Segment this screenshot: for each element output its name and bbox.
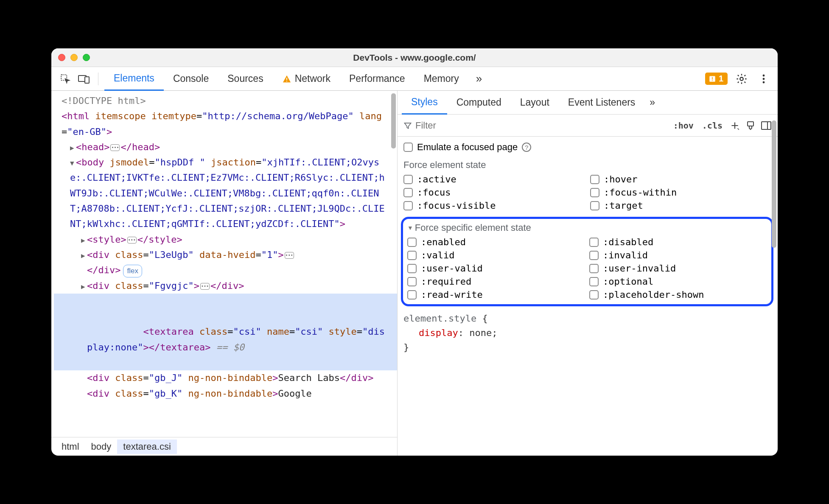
styles-toolbar: :hov .cls bbox=[398, 115, 778, 137]
state-label: :read-write bbox=[421, 289, 483, 300]
state-focus: :focus bbox=[403, 187, 585, 198]
svg-point-11 bbox=[763, 81, 765, 83]
tab-memory[interactable]: Memory bbox=[414, 67, 468, 90]
state-required: :required bbox=[407, 276, 584, 287]
filter-icon bbox=[403, 121, 412, 130]
emulate-focused-row: Emulate a focused page ? bbox=[398, 137, 778, 157]
svg-point-10 bbox=[763, 78, 765, 80]
tab-label: Console bbox=[173, 73, 209, 84]
dom-node-div-gbk[interactable]: <div class="gb_K" ng-non-bindable>Google bbox=[54, 386, 397, 401]
svg-rect-3 bbox=[286, 78, 287, 80]
devtools-window: DevTools - www.google.com/ Elements Cons… bbox=[51, 48, 778, 456]
emulate-focused-checkbox[interactable] bbox=[403, 143, 413, 152]
crumb-body[interactable]: body bbox=[85, 440, 118, 454]
subtab-styles[interactable]: Styles bbox=[402, 91, 447, 115]
triangle-down-icon: ▼ bbox=[407, 224, 413, 231]
more-options-button[interactable] bbox=[756, 71, 772, 87]
ellipsis-icon[interactable]: ••• bbox=[127, 237, 137, 244]
state-checkbox[interactable] bbox=[589, 238, 599, 247]
tab-console[interactable]: Console bbox=[164, 67, 218, 90]
state-checkbox[interactable] bbox=[407, 251, 417, 260]
inspect-element-icon[interactable] bbox=[57, 71, 73, 87]
force-specific-title[interactable]: ▼Force specific element state bbox=[406, 221, 769, 237]
subtab-label: Styles bbox=[411, 96, 438, 108]
tab-sources[interactable]: Sources bbox=[218, 67, 272, 90]
state-checkbox[interactable] bbox=[590, 175, 599, 184]
subtab-computed[interactable]: Computed bbox=[447, 91, 511, 114]
css-value[interactable]: none bbox=[469, 328, 492, 338]
computed-styles-button[interactable] bbox=[745, 120, 756, 131]
state-checkbox[interactable] bbox=[407, 238, 417, 247]
state-read-write: :read-write bbox=[407, 289, 584, 300]
dom-node-body[interactable]: ▼<body jsmodel="hspDDf " jsaction="xjhTI… bbox=[54, 155, 397, 232]
tab-label: Performance bbox=[349, 73, 405, 84]
scrollbar-thumb[interactable] bbox=[391, 93, 396, 148]
state-checkbox[interactable] bbox=[590, 188, 599, 197]
state-active: :active bbox=[403, 174, 585, 185]
state-label: :hover bbox=[604, 174, 637, 185]
toggle-sidebar-button[interactable] bbox=[761, 120, 772, 131]
state-label: :enabled bbox=[421, 237, 466, 247]
cls-toggle[interactable]: .cls bbox=[700, 120, 724, 132]
dom-node-html[interactable]: <html itemscope itemtype="http://schema.… bbox=[54, 109, 397, 140]
scrollbar-thumb[interactable] bbox=[772, 120, 776, 248]
tab-network[interactable]: Network bbox=[273, 67, 340, 90]
ellipsis-icon[interactable]: ••• bbox=[110, 144, 120, 151]
state-checkbox[interactable] bbox=[403, 201, 413, 210]
settings-button[interactable] bbox=[734, 71, 750, 87]
tab-elements[interactable]: Elements bbox=[104, 67, 164, 91]
state-label: :disabled bbox=[603, 237, 653, 247]
state-checkbox[interactable] bbox=[403, 175, 413, 184]
state-checkbox[interactable] bbox=[407, 290, 417, 300]
dom-node-doctype[interactable]: <!DOCTYPE html> bbox=[54, 93, 397, 109]
dom-node-textarea-csi[interactable]: ••• <textarea class="csi" name="csi" sty… bbox=[54, 294, 397, 370]
new-style-rule-button[interactable] bbox=[729, 120, 740, 131]
dom-node-div-fgvgjc[interactable]: ▶<div class="Fgvgjc">•••</div> bbox=[54, 278, 397, 294]
filter-input-wrapper bbox=[403, 120, 667, 131]
subtab-event-listeners[interactable]: Event Listeners bbox=[559, 91, 645, 114]
filter-input[interactable] bbox=[415, 120, 667, 131]
state-checkbox[interactable] bbox=[589, 264, 599, 273]
dom-node-div-l3eugb[interactable]: ▶<div class="L3eUgb" data-hveid="1">•••<… bbox=[54, 247, 397, 278]
state-checkbox[interactable] bbox=[589, 277, 599, 286]
issues-counter[interactable]: 1 bbox=[705, 73, 728, 85]
svg-point-9 bbox=[763, 74, 765, 76]
svg-point-8 bbox=[740, 77, 743, 80]
state-disabled: :disabled bbox=[589, 237, 766, 247]
ellipsis-icon[interactable]: ••• bbox=[285, 252, 294, 259]
state-checkbox[interactable] bbox=[589, 251, 599, 260]
state-label: :valid bbox=[421, 250, 454, 260]
device-toolbar-icon[interactable] bbox=[76, 71, 92, 87]
panel-tabs: Elements Console Sources Network Perform… bbox=[104, 67, 468, 90]
dom-node-head[interactable]: ▶<head>•••</head> bbox=[54, 140, 397, 155]
state-label: :placeholder-shown bbox=[603, 289, 704, 300]
ellipsis-icon[interactable]: ••• bbox=[200, 283, 210, 290]
state-checkbox[interactable] bbox=[407, 264, 417, 273]
gear-icon bbox=[736, 73, 748, 85]
dom-node-div-gbj[interactable]: <div class="gb_J" ng-non-bindable>Search… bbox=[54, 370, 397, 386]
dom-tree[interactable]: <!DOCTYPE html> <html itemscope itemtype… bbox=[51, 91, 397, 437]
crumb-html[interactable]: html bbox=[56, 440, 85, 454]
subtab-layout[interactable]: Layout bbox=[511, 91, 559, 114]
state-checkbox[interactable] bbox=[589, 290, 599, 300]
element-style-block[interactable]: element.style { display: none; } bbox=[398, 310, 778, 359]
hov-toggle[interactable]: :hov bbox=[672, 120, 695, 132]
dom-node-style[interactable]: ▶<style>•••</style> bbox=[54, 232, 397, 247]
state-label: :active bbox=[417, 174, 457, 185]
state-placeholder-shown: :placeholder-shown bbox=[589, 289, 766, 300]
tab-performance[interactable]: Performance bbox=[340, 67, 414, 90]
state-checkbox[interactable] bbox=[590, 201, 599, 210]
more-tabs-button[interactable]: » bbox=[471, 72, 487, 85]
state-hover: :hover bbox=[590, 174, 772, 185]
separator bbox=[98, 73, 98, 85]
svg-rect-13 bbox=[762, 122, 771, 129]
flex-badge[interactable]: flex bbox=[123, 265, 142, 277]
state-checkbox[interactable] bbox=[407, 277, 417, 286]
css-property[interactable]: display bbox=[419, 328, 458, 338]
help-icon[interactable]: ? bbox=[522, 143, 531, 152]
more-subtabs-button[interactable]: » bbox=[644, 91, 660, 114]
specific-state-grid: :enabled :disabled :valid :invalid :user… bbox=[406, 237, 769, 300]
svg-rect-4 bbox=[286, 81, 287, 81]
crumb-textarea-csi[interactable]: textarea.csi bbox=[117, 440, 177, 454]
state-checkbox[interactable] bbox=[403, 188, 413, 197]
